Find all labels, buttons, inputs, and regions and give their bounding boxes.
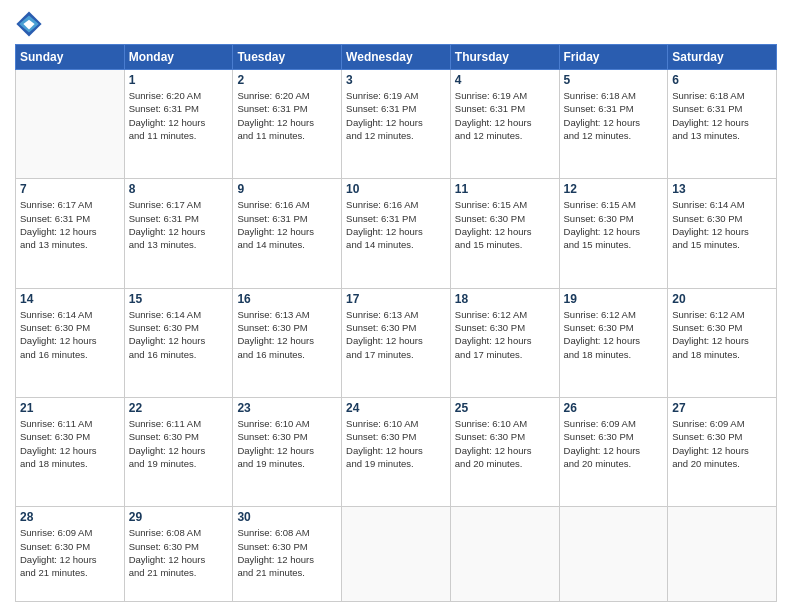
calendar-week-3: 14Sunrise: 6:14 AM Sunset: 6:30 PM Dayli…: [16, 288, 777, 397]
calendar-cell: 15Sunrise: 6:14 AM Sunset: 6:30 PM Dayli…: [124, 288, 233, 397]
day-number: 19: [564, 292, 664, 306]
calendar-week-4: 21Sunrise: 6:11 AM Sunset: 6:30 PM Dayli…: [16, 397, 777, 506]
day-info: Sunrise: 6:18 AM Sunset: 6:31 PM Dayligh…: [672, 89, 772, 142]
day-number: 30: [237, 510, 337, 524]
day-number: 15: [129, 292, 229, 306]
day-number: 23: [237, 401, 337, 415]
calendar-cell: 9Sunrise: 6:16 AM Sunset: 6:31 PM Daylig…: [233, 179, 342, 288]
calendar-cell: [342, 507, 451, 602]
day-info: Sunrise: 6:14 AM Sunset: 6:30 PM Dayligh…: [129, 308, 229, 361]
logo-icon: [15, 10, 43, 38]
day-info: Sunrise: 6:11 AM Sunset: 6:30 PM Dayligh…: [129, 417, 229, 470]
day-number: 25: [455, 401, 555, 415]
calendar-cell: 10Sunrise: 6:16 AM Sunset: 6:31 PM Dayli…: [342, 179, 451, 288]
calendar-cell: 14Sunrise: 6:14 AM Sunset: 6:30 PM Dayli…: [16, 288, 125, 397]
day-number: 12: [564, 182, 664, 196]
day-number: 16: [237, 292, 337, 306]
day-number: 20: [672, 292, 772, 306]
calendar-cell: 27Sunrise: 6:09 AM Sunset: 6:30 PM Dayli…: [668, 397, 777, 506]
calendar-cell: 24Sunrise: 6:10 AM Sunset: 6:30 PM Dayli…: [342, 397, 451, 506]
calendar-cell: 1Sunrise: 6:20 AM Sunset: 6:31 PM Daylig…: [124, 70, 233, 179]
day-info: Sunrise: 6:11 AM Sunset: 6:30 PM Dayligh…: [20, 417, 120, 470]
day-info: Sunrise: 6:09 AM Sunset: 6:30 PM Dayligh…: [20, 526, 120, 579]
day-number: 14: [20, 292, 120, 306]
day-number: 8: [129, 182, 229, 196]
logo: [15, 10, 45, 38]
day-info: Sunrise: 6:09 AM Sunset: 6:30 PM Dayligh…: [672, 417, 772, 470]
day-info: Sunrise: 6:10 AM Sunset: 6:30 PM Dayligh…: [455, 417, 555, 470]
day-info: Sunrise: 6:14 AM Sunset: 6:30 PM Dayligh…: [20, 308, 120, 361]
day-number: 10: [346, 182, 446, 196]
day-number: 29: [129, 510, 229, 524]
calendar-cell: [16, 70, 125, 179]
weekday-header-wednesday: Wednesday: [342, 45, 451, 70]
day-number: 1: [129, 73, 229, 87]
weekday-header-row: SundayMondayTuesdayWednesdayThursdayFrid…: [16, 45, 777, 70]
day-info: Sunrise: 6:13 AM Sunset: 6:30 PM Dayligh…: [346, 308, 446, 361]
day-info: Sunrise: 6:16 AM Sunset: 6:31 PM Dayligh…: [237, 198, 337, 251]
calendar-cell: 17Sunrise: 6:13 AM Sunset: 6:30 PM Dayli…: [342, 288, 451, 397]
day-info: Sunrise: 6:19 AM Sunset: 6:31 PM Dayligh…: [346, 89, 446, 142]
weekday-header-saturday: Saturday: [668, 45, 777, 70]
day-number: 26: [564, 401, 664, 415]
header: [15, 10, 777, 38]
calendar-cell: 21Sunrise: 6:11 AM Sunset: 6:30 PM Dayli…: [16, 397, 125, 506]
calendar-cell: [559, 507, 668, 602]
calendar-cell: 18Sunrise: 6:12 AM Sunset: 6:30 PM Dayli…: [450, 288, 559, 397]
calendar-cell: 26Sunrise: 6:09 AM Sunset: 6:30 PM Dayli…: [559, 397, 668, 506]
calendar-cell: 4Sunrise: 6:19 AM Sunset: 6:31 PM Daylig…: [450, 70, 559, 179]
day-number: 4: [455, 73, 555, 87]
day-info: Sunrise: 6:16 AM Sunset: 6:31 PM Dayligh…: [346, 198, 446, 251]
calendar-cell: 3Sunrise: 6:19 AM Sunset: 6:31 PM Daylig…: [342, 70, 451, 179]
calendar-cell: 22Sunrise: 6:11 AM Sunset: 6:30 PM Dayli…: [124, 397, 233, 506]
weekday-header-sunday: Sunday: [16, 45, 125, 70]
day-info: Sunrise: 6:12 AM Sunset: 6:30 PM Dayligh…: [455, 308, 555, 361]
day-number: 11: [455, 182, 555, 196]
calendar-cell: 5Sunrise: 6:18 AM Sunset: 6:31 PM Daylig…: [559, 70, 668, 179]
day-info: Sunrise: 6:13 AM Sunset: 6:30 PM Dayligh…: [237, 308, 337, 361]
calendar-week-5: 28Sunrise: 6:09 AM Sunset: 6:30 PM Dayli…: [16, 507, 777, 602]
calendar-cell: 11Sunrise: 6:15 AM Sunset: 6:30 PM Dayli…: [450, 179, 559, 288]
day-info: Sunrise: 6:15 AM Sunset: 6:30 PM Dayligh…: [455, 198, 555, 251]
day-number: 22: [129, 401, 229, 415]
weekday-header-thursday: Thursday: [450, 45, 559, 70]
calendar-cell: 8Sunrise: 6:17 AM Sunset: 6:31 PM Daylig…: [124, 179, 233, 288]
calendar-cell: 30Sunrise: 6:08 AM Sunset: 6:30 PM Dayli…: [233, 507, 342, 602]
calendar-cell: 20Sunrise: 6:12 AM Sunset: 6:30 PM Dayli…: [668, 288, 777, 397]
day-info: Sunrise: 6:17 AM Sunset: 6:31 PM Dayligh…: [129, 198, 229, 251]
day-number: 7: [20, 182, 120, 196]
day-info: Sunrise: 6:10 AM Sunset: 6:30 PM Dayligh…: [346, 417, 446, 470]
day-info: Sunrise: 6:08 AM Sunset: 6:30 PM Dayligh…: [129, 526, 229, 579]
day-info: Sunrise: 6:08 AM Sunset: 6:30 PM Dayligh…: [237, 526, 337, 579]
calendar-cell: 25Sunrise: 6:10 AM Sunset: 6:30 PM Dayli…: [450, 397, 559, 506]
day-info: Sunrise: 6:15 AM Sunset: 6:30 PM Dayligh…: [564, 198, 664, 251]
day-info: Sunrise: 6:10 AM Sunset: 6:30 PM Dayligh…: [237, 417, 337, 470]
calendar-cell: 2Sunrise: 6:20 AM Sunset: 6:31 PM Daylig…: [233, 70, 342, 179]
weekday-header-tuesday: Tuesday: [233, 45, 342, 70]
day-info: Sunrise: 6:09 AM Sunset: 6:30 PM Dayligh…: [564, 417, 664, 470]
day-info: Sunrise: 6:14 AM Sunset: 6:30 PM Dayligh…: [672, 198, 772, 251]
calendar-cell: [450, 507, 559, 602]
calendar-cell: 12Sunrise: 6:15 AM Sunset: 6:30 PM Dayli…: [559, 179, 668, 288]
day-number: 17: [346, 292, 446, 306]
day-info: Sunrise: 6:17 AM Sunset: 6:31 PM Dayligh…: [20, 198, 120, 251]
calendar-cell: 6Sunrise: 6:18 AM Sunset: 6:31 PM Daylig…: [668, 70, 777, 179]
day-info: Sunrise: 6:19 AM Sunset: 6:31 PM Dayligh…: [455, 89, 555, 142]
calendar-cell: [668, 507, 777, 602]
calendar-cell: 23Sunrise: 6:10 AM Sunset: 6:30 PM Dayli…: [233, 397, 342, 506]
day-info: Sunrise: 6:12 AM Sunset: 6:30 PM Dayligh…: [672, 308, 772, 361]
day-number: 24: [346, 401, 446, 415]
calendar-week-2: 7Sunrise: 6:17 AM Sunset: 6:31 PM Daylig…: [16, 179, 777, 288]
day-number: 6: [672, 73, 772, 87]
calendar-week-1: 1Sunrise: 6:20 AM Sunset: 6:31 PM Daylig…: [16, 70, 777, 179]
calendar-body: 1Sunrise: 6:20 AM Sunset: 6:31 PM Daylig…: [16, 70, 777, 602]
day-number: 28: [20, 510, 120, 524]
day-info: Sunrise: 6:20 AM Sunset: 6:31 PM Dayligh…: [129, 89, 229, 142]
calendar-cell: 19Sunrise: 6:12 AM Sunset: 6:30 PM Dayli…: [559, 288, 668, 397]
day-info: Sunrise: 6:12 AM Sunset: 6:30 PM Dayligh…: [564, 308, 664, 361]
day-info: Sunrise: 6:20 AM Sunset: 6:31 PM Dayligh…: [237, 89, 337, 142]
day-number: 21: [20, 401, 120, 415]
calendar-cell: 7Sunrise: 6:17 AM Sunset: 6:31 PM Daylig…: [16, 179, 125, 288]
day-number: 13: [672, 182, 772, 196]
page: SundayMondayTuesdayWednesdayThursdayFrid…: [0, 0, 792, 612]
